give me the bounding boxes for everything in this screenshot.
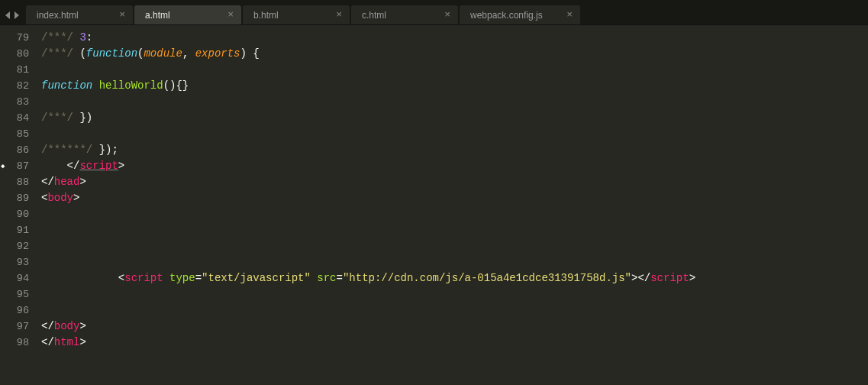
tab-index-html[interactable]: index.html × [26,5,133,24]
nav-back-icon[interactable] [5,11,11,19]
editor-area: 7980818283848586◆87888990919293949596979… [0,25,868,385]
nav-forward-icon[interactable] [13,11,20,19]
tab-webpack-config[interactable]: webpack.config.js × [460,5,580,24]
tab-bar: index.html × a.html × b.html × c.html × … [0,5,868,25]
tab-a-html[interactable]: a.html × [134,5,241,24]
tab-label: webpack.config.js [470,10,557,21]
tab-b-html[interactable]: b.html × [243,5,350,24]
tab-nav-arrows [0,11,26,19]
close-icon[interactable]: × [566,10,573,20]
tab-c-html[interactable]: c.html × [351,5,458,24]
close-icon[interactable]: × [119,10,125,20]
close-icon[interactable]: × [336,10,342,20]
tab-label: index.html [37,10,110,21]
window-titlebar [0,0,868,5]
code-content[interactable]: /***/ 3:/***/ (function(module, exports)… [35,25,868,385]
close-icon[interactable]: × [444,10,450,20]
tab-label: c.html [362,10,435,21]
close-icon[interactable]: × [227,10,234,20]
tab-label: b.html [253,10,327,21]
line-number-gutter: 7980818283848586◆87888990919293949596979… [0,25,35,385]
tab-label: a.html [145,10,218,21]
